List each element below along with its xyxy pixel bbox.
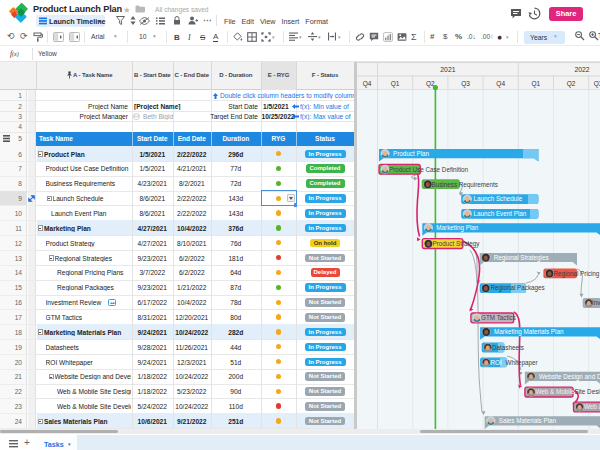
svg-text:Site Design: Site Design <box>575 388 600 396</box>
svg-text:Datasheets: Datasheets <box>492 344 524 351</box>
svg-text:Web & M: Web & M <box>584 403 600 410</box>
svg-text:Launch Event Plan: Launch Event Plan <box>474 210 527 217</box>
svg-text:Regional Pricing Plans: Regional Pricing Plans <box>554 270 600 278</box>
svg-text:Regional Packages: Regional Packages <box>491 284 545 292</box>
svg-text:Website Design and Developm: Website Design and Developm <box>539 373 600 381</box>
svg-text:Whitepaper: Whitepaper <box>506 359 538 367</box>
svg-text:Q4: Q4 <box>363 80 372 88</box>
svg-text:2022: 2022 <box>574 66 589 73</box>
svg-text:Q2: Q2 <box>567 80 576 88</box>
svg-text:Product Plan: Product Plan <box>393 150 430 157</box>
svg-text:ROI: ROI <box>491 359 502 366</box>
svg-text:Q1: Q1 <box>532 80 541 88</box>
svg-text:Marketing Plan: Marketing Plan <box>436 224 478 232</box>
svg-text:Investment Rev: Investment Rev <box>592 299 600 306</box>
svg-text:Product Strategy: Product Strategy <box>433 240 481 248</box>
svg-text:Q3: Q3 <box>594 80 600 88</box>
svg-text:Regional Strategies: Regional Strategies <box>494 254 549 262</box>
svg-text:Web & Mobile: Web & Mobile <box>536 388 576 395</box>
svg-text:Launch Schedule: Launch Schedule <box>474 195 523 202</box>
svg-text:Q4: Q4 <box>496 80 505 88</box>
svg-text:2021: 2021 <box>440 66 455 73</box>
svg-text:Q1: Q1 <box>391 80 400 88</box>
svg-text:Marketing Materials Plan: Marketing Materials Plan <box>494 328 564 336</box>
svg-text:Sales Materials Plan: Sales Materials Plan <box>499 417 557 424</box>
svg-text:Product Use Case Definition: Product Use Case Definition <box>389 166 469 173</box>
svg-text:Q3: Q3 <box>461 80 470 88</box>
svg-text:GTM Tactics: GTM Tactics <box>481 314 516 321</box>
svg-text:Business Requirements: Business Requirements <box>432 181 499 189</box>
